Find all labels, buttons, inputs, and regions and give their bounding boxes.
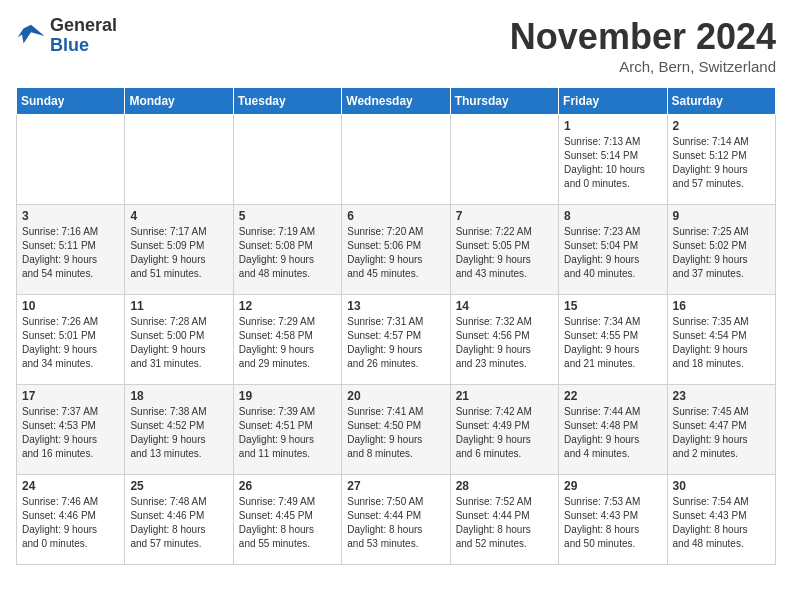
- page-header: General Blue November 2024 Arch, Bern, S…: [16, 16, 776, 75]
- calendar-cell: 5Sunrise: 7:19 AM Sunset: 5:08 PM Daylig…: [233, 205, 341, 295]
- calendar-cell: 13Sunrise: 7:31 AM Sunset: 4:57 PM Dayli…: [342, 295, 450, 385]
- calendar-cell: 7Sunrise: 7:22 AM Sunset: 5:05 PM Daylig…: [450, 205, 558, 295]
- day-number: 19: [239, 389, 336, 403]
- day-info: Sunrise: 7:39 AM Sunset: 4:51 PM Dayligh…: [239, 405, 336, 461]
- calendar-cell: 9Sunrise: 7:25 AM Sunset: 5:02 PM Daylig…: [667, 205, 775, 295]
- calendar-cell: [233, 115, 341, 205]
- day-info: Sunrise: 7:16 AM Sunset: 5:11 PM Dayligh…: [22, 225, 119, 281]
- calendar-cell: 24Sunrise: 7:46 AM Sunset: 4:46 PM Dayli…: [17, 475, 125, 565]
- weekday-header-tuesday: Tuesday: [233, 88, 341, 115]
- day-info: Sunrise: 7:29 AM Sunset: 4:58 PM Dayligh…: [239, 315, 336, 371]
- day-number: 25: [130, 479, 227, 493]
- calendar-cell: 4Sunrise: 7:17 AM Sunset: 5:09 PM Daylig…: [125, 205, 233, 295]
- calendar-cell: 21Sunrise: 7:42 AM Sunset: 4:49 PM Dayli…: [450, 385, 558, 475]
- day-info: Sunrise: 7:45 AM Sunset: 4:47 PM Dayligh…: [673, 405, 770, 461]
- day-info: Sunrise: 7:31 AM Sunset: 4:57 PM Dayligh…: [347, 315, 444, 371]
- week-row-1: 3Sunrise: 7:16 AM Sunset: 5:11 PM Daylig…: [17, 205, 776, 295]
- calendar-cell: 28Sunrise: 7:52 AM Sunset: 4:44 PM Dayli…: [450, 475, 558, 565]
- day-info: Sunrise: 7:44 AM Sunset: 4:48 PM Dayligh…: [564, 405, 661, 461]
- day-number: 9: [673, 209, 770, 223]
- weekday-header-friday: Friday: [559, 88, 667, 115]
- day-info: Sunrise: 7:28 AM Sunset: 5:00 PM Dayligh…: [130, 315, 227, 371]
- day-info: Sunrise: 7:50 AM Sunset: 4:44 PM Dayligh…: [347, 495, 444, 551]
- week-row-2: 10Sunrise: 7:26 AM Sunset: 5:01 PM Dayli…: [17, 295, 776, 385]
- day-info: Sunrise: 7:23 AM Sunset: 5:04 PM Dayligh…: [564, 225, 661, 281]
- day-info: Sunrise: 7:38 AM Sunset: 4:52 PM Dayligh…: [130, 405, 227, 461]
- calendar-cell: [17, 115, 125, 205]
- calendar-cell: 23Sunrise: 7:45 AM Sunset: 4:47 PM Dayli…: [667, 385, 775, 475]
- day-number: 8: [564, 209, 661, 223]
- day-number: 29: [564, 479, 661, 493]
- week-row-3: 17Sunrise: 7:37 AM Sunset: 4:53 PM Dayli…: [17, 385, 776, 475]
- calendar-cell: 19Sunrise: 7:39 AM Sunset: 4:51 PM Dayli…: [233, 385, 341, 475]
- location: Arch, Bern, Switzerland: [510, 58, 776, 75]
- calendar-cell: 14Sunrise: 7:32 AM Sunset: 4:56 PM Dayli…: [450, 295, 558, 385]
- day-number: 7: [456, 209, 553, 223]
- day-info: Sunrise: 7:49 AM Sunset: 4:45 PM Dayligh…: [239, 495, 336, 551]
- day-info: Sunrise: 7:22 AM Sunset: 5:05 PM Dayligh…: [456, 225, 553, 281]
- day-number: 12: [239, 299, 336, 313]
- calendar-cell: 26Sunrise: 7:49 AM Sunset: 4:45 PM Dayli…: [233, 475, 341, 565]
- day-info: Sunrise: 7:14 AM Sunset: 5:12 PM Dayligh…: [673, 135, 770, 191]
- calendar-body: 1Sunrise: 7:13 AM Sunset: 5:14 PM Daylig…: [17, 115, 776, 565]
- day-number: 13: [347, 299, 444, 313]
- day-info: Sunrise: 7:53 AM Sunset: 4:43 PM Dayligh…: [564, 495, 661, 551]
- day-number: 11: [130, 299, 227, 313]
- calendar-cell: 17Sunrise: 7:37 AM Sunset: 4:53 PM Dayli…: [17, 385, 125, 475]
- day-number: 14: [456, 299, 553, 313]
- day-number: 22: [564, 389, 661, 403]
- weekday-header-thursday: Thursday: [450, 88, 558, 115]
- calendar-cell: 30Sunrise: 7:54 AM Sunset: 4:43 PM Dayli…: [667, 475, 775, 565]
- calendar-cell: 15Sunrise: 7:34 AM Sunset: 4:55 PM Dayli…: [559, 295, 667, 385]
- calendar-cell: [125, 115, 233, 205]
- weekday-row: SundayMondayTuesdayWednesdayThursdayFrid…: [17, 88, 776, 115]
- logo: General Blue: [16, 16, 117, 56]
- calendar-cell: 1Sunrise: 7:13 AM Sunset: 5:14 PM Daylig…: [559, 115, 667, 205]
- calendar-cell: 6Sunrise: 7:20 AM Sunset: 5:06 PM Daylig…: [342, 205, 450, 295]
- calendar-cell: 3Sunrise: 7:16 AM Sunset: 5:11 PM Daylig…: [17, 205, 125, 295]
- day-info: Sunrise: 7:35 AM Sunset: 4:54 PM Dayligh…: [673, 315, 770, 371]
- day-number: 6: [347, 209, 444, 223]
- calendar-cell: 10Sunrise: 7:26 AM Sunset: 5:01 PM Dayli…: [17, 295, 125, 385]
- day-number: 15: [564, 299, 661, 313]
- day-info: Sunrise: 7:34 AM Sunset: 4:55 PM Dayligh…: [564, 315, 661, 371]
- weekday-header-wednesday: Wednesday: [342, 88, 450, 115]
- day-info: Sunrise: 7:17 AM Sunset: 5:09 PM Dayligh…: [130, 225, 227, 281]
- calendar-cell: 16Sunrise: 7:35 AM Sunset: 4:54 PM Dayli…: [667, 295, 775, 385]
- calendar-cell: 18Sunrise: 7:38 AM Sunset: 4:52 PM Dayli…: [125, 385, 233, 475]
- weekday-header-monday: Monday: [125, 88, 233, 115]
- day-number: 17: [22, 389, 119, 403]
- calendar-cell: 2Sunrise: 7:14 AM Sunset: 5:12 PM Daylig…: [667, 115, 775, 205]
- day-number: 2: [673, 119, 770, 133]
- day-number: 30: [673, 479, 770, 493]
- logo-icon: [16, 21, 46, 51]
- title-block: November 2024 Arch, Bern, Switzerland: [510, 16, 776, 75]
- week-row-0: 1Sunrise: 7:13 AM Sunset: 5:14 PM Daylig…: [17, 115, 776, 205]
- day-info: Sunrise: 7:25 AM Sunset: 5:02 PM Dayligh…: [673, 225, 770, 281]
- day-info: Sunrise: 7:41 AM Sunset: 4:50 PM Dayligh…: [347, 405, 444, 461]
- day-info: Sunrise: 7:54 AM Sunset: 4:43 PM Dayligh…: [673, 495, 770, 551]
- day-info: Sunrise: 7:52 AM Sunset: 4:44 PM Dayligh…: [456, 495, 553, 551]
- svg-marker-0: [18, 25, 45, 44]
- calendar-cell: 8Sunrise: 7:23 AM Sunset: 5:04 PM Daylig…: [559, 205, 667, 295]
- month-title: November 2024: [510, 16, 776, 58]
- day-number: 10: [22, 299, 119, 313]
- day-number: 27: [347, 479, 444, 493]
- week-row-4: 24Sunrise: 7:46 AM Sunset: 4:46 PM Dayli…: [17, 475, 776, 565]
- calendar-cell: [342, 115, 450, 205]
- day-info: Sunrise: 7:19 AM Sunset: 5:08 PM Dayligh…: [239, 225, 336, 281]
- calendar-cell: 22Sunrise: 7:44 AM Sunset: 4:48 PM Dayli…: [559, 385, 667, 475]
- day-info: Sunrise: 7:26 AM Sunset: 5:01 PM Dayligh…: [22, 315, 119, 371]
- day-number: 1: [564, 119, 661, 133]
- weekday-header-saturday: Saturday: [667, 88, 775, 115]
- day-info: Sunrise: 7:32 AM Sunset: 4:56 PM Dayligh…: [456, 315, 553, 371]
- calendar-cell: 12Sunrise: 7:29 AM Sunset: 4:58 PM Dayli…: [233, 295, 341, 385]
- day-number: 4: [130, 209, 227, 223]
- day-info: Sunrise: 7:13 AM Sunset: 5:14 PM Dayligh…: [564, 135, 661, 191]
- calendar-cell: 29Sunrise: 7:53 AM Sunset: 4:43 PM Dayli…: [559, 475, 667, 565]
- logo-line2: Blue: [50, 36, 117, 56]
- day-number: 24: [22, 479, 119, 493]
- day-number: 26: [239, 479, 336, 493]
- day-number: 5: [239, 209, 336, 223]
- day-number: 23: [673, 389, 770, 403]
